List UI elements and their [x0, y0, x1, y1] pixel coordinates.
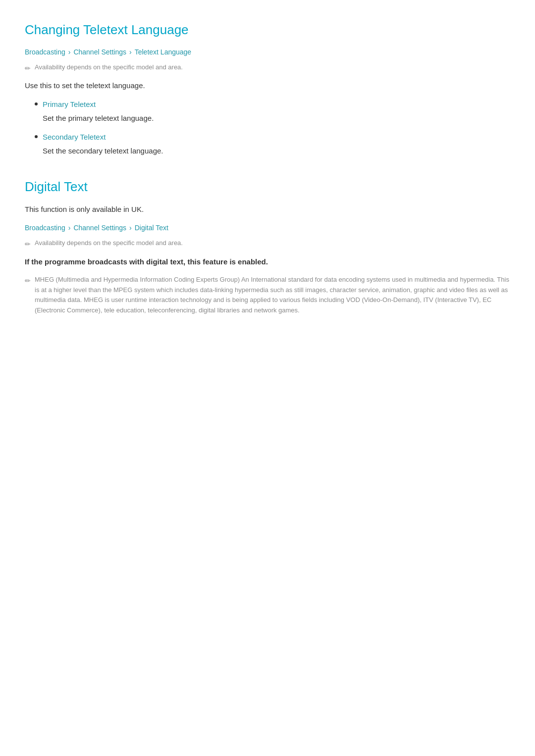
breadcrumb-digital-text[interactable]: Digital Text [135, 222, 168, 233]
section2-note1: ✏ Availability depends on the specific m… [25, 238, 510, 250]
bullet-item-secondary: Secondary Teletext Set the secondary tel… [35, 131, 510, 157]
breadcrumb-sep-2a: › [68, 222, 71, 233]
bullet-item-primary: Primary Teletext Set the primary teletex… [35, 99, 510, 124]
bullet-dot-2 [35, 135, 38, 138]
changing-teletext-language-section: Changing Teletext Language Broadcasting … [25, 20, 510, 157]
primary-teletext-link[interactable]: Primary Teletext [43, 99, 154, 110]
breadcrumb-teletext-language[interactable]: Teletext Language [135, 47, 191, 57]
breadcrumb-broadcasting-2[interactable]: Broadcasting [25, 222, 65, 233]
breadcrumb-channel-settings-1[interactable]: Channel Settings [73, 47, 126, 57]
primary-teletext-desc: Set the primary teletext language. [43, 112, 154, 124]
bullet-content-secondary: Secondary Teletext Set the secondary tel… [43, 131, 163, 157]
section2-body-bold: If the programme broadcasts with digital… [25, 256, 510, 268]
breadcrumb-sep-1a: › [68, 47, 71, 57]
section1-note1-text: Availability depends on the specific mod… [35, 62, 183, 73]
breadcrumb-2: Broadcasting › Channel Settings › Digita… [25, 222, 510, 233]
section2-title: Digital Text [25, 177, 510, 198]
section2-note1-text: Availability depends on the specific mod… [35, 238, 183, 249]
section2-note2-block: ✏ MHEG (Multimedia and Hypermedia Inform… [25, 275, 510, 316]
breadcrumb-channel-settings-2[interactable]: Channel Settings [73, 222, 126, 233]
secondary-teletext-desc: Set the secondary teletext language. [43, 145, 163, 157]
breadcrumb-broadcasting-1[interactable]: Broadcasting [25, 47, 65, 57]
section1-title: Changing Teletext Language [25, 20, 510, 41]
secondary-teletext-link[interactable]: Secondary Teletext [43, 131, 163, 143]
note-icon-1: ✏ [25, 63, 31, 74]
note-icon-3: ✏ [25, 275, 31, 286]
digital-text-section: Digital Text This function is only avail… [25, 177, 510, 316]
section1-note1: ✏ Availability depends on the specific m… [25, 62, 510, 74]
section2-note2-text: MHEG (Multimedia and Hypermedia Informat… [35, 275, 510, 316]
teletext-bullet-list: Primary Teletext Set the primary teletex… [35, 99, 510, 157]
section2-intro: This function is only available in UK. [25, 203, 510, 215]
breadcrumb-sep-2b: › [129, 222, 132, 233]
breadcrumb-sep-1b: › [129, 47, 132, 57]
note-icon-2: ✏ [25, 239, 31, 250]
bullet-content-primary: Primary Teletext Set the primary teletex… [43, 99, 154, 124]
section1-body: Use this to set the teletext language. [25, 80, 510, 92]
bullet-dot-1 [35, 102, 38, 105]
breadcrumb-1: Broadcasting › Channel Settings › Telete… [25, 47, 510, 57]
